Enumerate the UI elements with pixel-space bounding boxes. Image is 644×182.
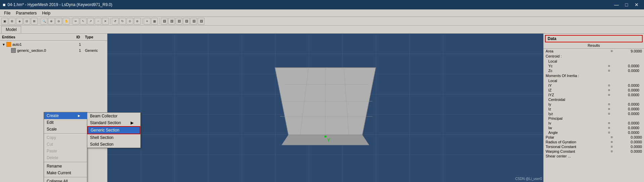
iz-label: IZ: [548, 88, 606, 92]
ciy-label: Iy: [548, 102, 606, 106]
results-header: Results: [544, 42, 644, 49]
polar-eq: =: [608, 135, 615, 139]
toolbar-btn-18[interactable]: ⊚: [134, 18, 141, 25]
submenu-solid[interactable]: Solid Section: [87, 141, 140, 148]
toolbar-btn-14[interactable]: ✕: [102, 18, 109, 25]
toolbar-sep-3: [110, 18, 110, 24]
ciy-eq: =: [606, 102, 612, 106]
svg-text:Y: Y: [327, 137, 330, 143]
toolbar-btn-10[interactable]: ✏: [73, 18, 79, 25]
iyz-value: 0.0000: [612, 93, 639, 97]
ciy-row: Iy = 0.0000: [544, 102, 644, 107]
toolbar-btn-8[interactable]: ⊖: [55, 18, 62, 25]
moi-title: Moments Of Inertia :: [544, 73, 644, 78]
app-icon: ■: [3, 2, 5, 7]
iy-value: 0.0000: [612, 83, 639, 87]
iyz-eq: =: [606, 93, 612, 97]
tree-root-icon: [6, 42, 11, 47]
submenu-standard[interactable]: Standard Section ▶: [87, 119, 140, 126]
title-bar-text: 04-1.hm* - HyperMesh 2019 - LsDyna (Keyw…: [7, 2, 112, 7]
yc-row: Yc = 0.0000: [544, 64, 644, 68]
menu-parameters[interactable]: Parameters: [13, 10, 39, 16]
ctx-collapse-all[interactable]: Collapse All: [44, 178, 87, 182]
ctx-delete-label: Delete: [47, 155, 58, 160]
toolbar-btn-20[interactable]: ▦: [151, 18, 158, 25]
ctx-edit[interactable]: Edit: [44, 119, 87, 126]
polar-value: 0.0000: [615, 135, 642, 139]
warping-value: 0.0000: [615, 149, 642, 153]
toolbar-btn-7[interactable]: ⊕: [48, 18, 55, 25]
iyz-row: IYZ = 0.0000: [544, 93, 644, 97]
ctx-rename[interactable]: Rename: [44, 163, 87, 170]
torsional-row: Torsional Constant = 0.0000: [544, 144, 644, 149]
toolbar-btn-13[interactable]: ╌: [95, 18, 101, 25]
submenu-beam[interactable]: Beam Collector: [87, 113, 140, 119]
zc-value: 0.0000: [612, 69, 639, 73]
toolbar-btn-22[interactable]: 🖼: [168, 18, 175, 25]
ctx-create-arrow: ▶: [78, 114, 80, 117]
iw-eq: =: [606, 126, 612, 130]
toolbar-btn-3[interactable]: ◈: [16, 18, 23, 25]
warping-eq: =: [608, 149, 615, 153]
toolbar-sep-4: [142, 18, 142, 24]
ciyz-row: Iyz = 0.0000: [544, 111, 644, 116]
ctx-paste: Paste: [44, 148, 87, 154]
toolbar-btn-26[interactable]: 🖼: [198, 18, 204, 25]
toolbar-btn-17[interactable]: ⊙: [127, 18, 133, 25]
tree-arrow: ▼: [2, 43, 6, 46]
toolbar-btn-15[interactable]: ↺: [112, 18, 119, 25]
iy-label: IY: [548, 83, 606, 87]
submenu-generic[interactable]: Generic Section: [87, 126, 140, 134]
right-panel: Data Results Area = 9.0000 Centroid : Lo…: [543, 34, 644, 182]
toolbar-btn-9[interactable]: ✋: [63, 18, 70, 25]
menu-help[interactable]: Help: [39, 10, 53, 16]
toolbar-btn-4[interactable]: ⊟: [24, 18, 30, 25]
toolbar-btn-25[interactable]: 🖼: [190, 18, 197, 25]
zc-row: Zc = 0.0000: [544, 68, 644, 73]
toolbar-btn-11[interactable]: ↖: [80, 18, 87, 25]
toolbar-btn-12[interactable]: ↗: [87, 18, 94, 25]
ctx-create[interactable]: Create ▶: [44, 112, 87, 119]
toolbar-btn-19[interactable]: ≡: [144, 18, 150, 25]
toolbar-sep-1: [39, 18, 39, 24]
tab-model[interactable]: Model: [1, 26, 21, 33]
ctx-make-current[interactable]: Make Current: [44, 170, 87, 176]
ctx-scale[interactable]: Scale: [44, 126, 87, 133]
entity-header: Entities ID Type: [0, 34, 107, 41]
toolbar-btn-21[interactable]: 🖼: [161, 18, 168, 25]
maximize-button[interactable]: □: [622, 1, 631, 8]
minimize-button[interactable]: —: [612, 1, 621, 8]
moi-local-label: Local: [544, 78, 644, 83]
area-value: 9.0000: [615, 49, 642, 53]
ciy-value: 0.0000: [612, 102, 639, 106]
ciyz-value: 0.0000: [612, 112, 639, 116]
viewport[interactable]: Y CSDN @Li_user0: [107, 34, 543, 182]
toolbar-btn-2[interactable]: ⊞: [9, 18, 15, 25]
tree-child[interactable]: generic_section.0 1 Generic: [0, 47, 107, 53]
menu-file[interactable]: File: [1, 10, 13, 16]
tree-root[interactable]: ▼ auto1 1: [0, 41, 107, 47]
ciz-row: Iz = 0.0000: [544, 107, 644, 111]
toolbar-btn-24[interactable]: 🖼: [183, 18, 190, 25]
yc-eq: =: [606, 64, 612, 68]
shear-row: Shear center ...: [544, 154, 644, 158]
title-bar-left: ■ 04-1.hm* - HyperMesh 2019 - LsDyna (Ke…: [3, 2, 112, 7]
tree-child-type: Generic: [85, 48, 105, 52]
entity-tree: ▼ auto1 1 generic_section.0 1 Generic: [0, 41, 107, 112]
toolbar-btn-16[interactable]: ↻: [119, 18, 126, 25]
iv-value: 0.0000: [612, 121, 639, 125]
submenu-shell[interactable]: Shell Section: [87, 134, 140, 141]
ciz-value: 0.0000: [612, 107, 639, 111]
iv-row: Iv = 0.0000: [544, 121, 644, 125]
toolbar: ▣ ⊞ ◈ ⊟ ⊠ 🔍 ⊕ ⊖ ✋ ✏ ↖ ↗ ╌ ✕ ↺ ↻ ⊙ ⊚ ≡ ▦ …: [0, 17, 644, 26]
ctx-make-current-label: Make Current: [47, 171, 71, 175]
toolbar-sep-2: [71, 18, 71, 24]
close-button[interactable]: ✕: [632, 1, 641, 8]
toolbar-btn-23[interactable]: 🖼: [176, 18, 182, 25]
toolbar-btn-1[interactable]: ▣: [1, 18, 8, 25]
toolbar-btn-6[interactable]: 🔍: [41, 18, 47, 25]
polar-row: Polar = 0.0000: [544, 135, 644, 140]
toolbar-btn-5[interactable]: ⊠: [31, 18, 38, 25]
centroidal-label: Centroidal: [544, 97, 644, 102]
tree-root-id: 1: [75, 42, 85, 46]
